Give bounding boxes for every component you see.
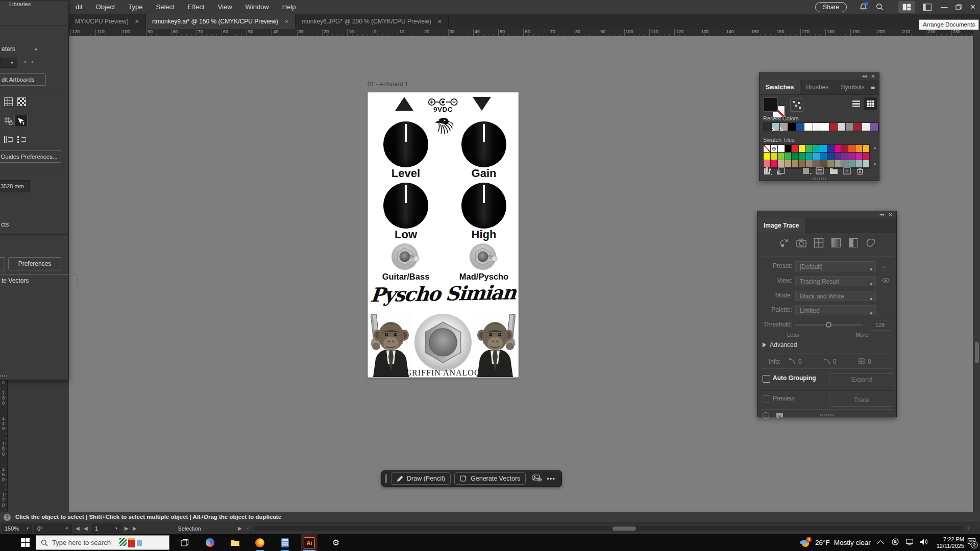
swatch-tile[interactable] <box>799 153 806 160</box>
document-tab[interactable]: MYK/CPU Preview)✕ <box>69 14 146 29</box>
swatch-tile[interactable] <box>806 160 813 168</box>
taskbar-clock[interactable]: 7:22 PM 12/11/2025 <box>937 536 964 549</box>
swatch-tile[interactable] <box>827 145 835 153</box>
panel-resize-handle[interactable] <box>813 178 827 180</box>
swatch-tile[interactable] <box>835 145 842 153</box>
list-view-button[interactable] <box>849 97 863 110</box>
swatch-tile[interactable] <box>820 145 827 153</box>
preset-menu-icon[interactable]: ≡ <box>882 262 886 270</box>
minimize-button[interactable]: — <box>937 0 951 14</box>
horizontal-scrollbar-thumb[interactable] <box>612 527 636 531</box>
swatch-tile[interactable] <box>848 153 855 160</box>
horizontal-scrollbar[interactable] <box>254 526 964 531</box>
swatch-tile[interactable] <box>827 153 835 160</box>
recent-color-swatch[interactable] <box>813 123 821 131</box>
swatch-tile[interactable] <box>835 153 842 160</box>
weather-condition[interactable]: Mostly clear <box>834 539 871 546</box>
snap-to-point-icon[interactable] <box>14 115 28 127</box>
swatch-libraries-icon[interactable] <box>764 167 773 177</box>
calculator-icon[interactable] <box>278 534 292 551</box>
advanced-label[interactable]: Advanced <box>770 341 797 348</box>
volume-icon[interactable] <box>920 538 928 547</box>
preset-dropdown[interactable]: [Default]▾ <box>795 261 876 271</box>
menu-item-dit[interactable]: dit <box>69 0 89 14</box>
expand-button[interactable]: Expand <box>829 373 894 386</box>
show-grid-icon[interactable] <box>3 96 13 107</box>
firefox-icon[interactable] <box>253 534 267 551</box>
libraries-tab[interactable]: Libraries <box>9 1 31 7</box>
swatch-tile[interactable] <box>799 160 806 168</box>
palette-dropdown[interactable]: Limited▾ <box>795 305 876 315</box>
document-tab[interactable]: rtmonkey9.ai* @ 150 % (CMYK/CPU Preview)… <box>146 14 296 29</box>
swatch-options-icon[interactable] <box>816 167 824 177</box>
file-explorer-icon[interactable] <box>228 534 242 551</box>
snap-options-icon[interactable] <box>3 134 13 144</box>
weather-temp[interactable]: 26°F <box>815 539 830 546</box>
panel-resize-handle[interactable] <box>0 375 7 377</box>
panel-menu-icon[interactable]: ≡ <box>871 83 875 91</box>
menu-item-select[interactable]: Select <box>150 0 181 14</box>
scroll-left-icon[interactable]: ‹ <box>247 525 249 531</box>
network-icon[interactable] <box>905 538 914 547</box>
snap-glyph-icon[interactable] <box>16 134 27 144</box>
view-dropdown[interactable]: Tracing Result▾ <box>795 276 876 286</box>
recent-color-swatch[interactable] <box>780 123 788 131</box>
prev-arrow-icon[interactable]: ◂ <box>23 59 26 64</box>
recent-color-swatch[interactable] <box>796 123 804 131</box>
meet-now-icon[interactable] <box>891 538 899 547</box>
copilot-icon[interactable] <box>203 534 217 551</box>
swatch-tile[interactable] <box>863 160 870 168</box>
info-icon[interactable]: i <box>763 412 769 419</box>
swatch-tile[interactable] <box>863 145 870 153</box>
tab-close-icon[interactable]: ✕ <box>437 18 442 25</box>
swatch-tile[interactable] <box>820 153 827 160</box>
swatch-tile[interactable] <box>813 153 820 160</box>
preview-checkbox[interactable] <box>763 395 770 403</box>
swatch-kinds-icon[interactable] <box>802 167 812 177</box>
next-artboard-icon[interactable]: ▶ <box>125 525 129 531</box>
swatch-tile[interactable] <box>764 160 771 168</box>
artboard[interactable]: 9VDC Level Gain Lo <box>368 92 519 378</box>
recent-color-swatch[interactable] <box>788 123 796 131</box>
guides-preferences-button[interactable]: Guides Preferences... <box>0 151 61 163</box>
tab-close-icon[interactable]: ✕ <box>284 18 289 25</box>
artboard-preset-dropdown[interactable]: ▾ <box>0 58 17 68</box>
dimension-field[interactable]: 3528 mm <box>0 180 30 192</box>
generate-image-icon[interactable] <box>532 474 542 484</box>
menu-item-object[interactable]: Object <box>89 0 122 14</box>
swatch-tile[interactable] <box>778 160 785 168</box>
fill-swatch[interactable] <box>764 97 778 112</box>
tab-swatches[interactable]: Swatches <box>760 80 800 94</box>
swatch-scroll-up-icon[interactable]: ▴ <box>872 145 878 150</box>
add-from-library-icon[interactable] <box>777 167 785 177</box>
grayscale-preset-icon[interactable] <box>830 237 842 249</box>
recent-color-swatch[interactable] <box>804 123 813 131</box>
swatch-tile[interactable] <box>855 160 863 168</box>
swatch-tile[interactable] <box>785 153 792 160</box>
swatch-tile[interactable] <box>792 153 799 160</box>
first-artboard-icon[interactable]: ◀ <box>76 525 80 531</box>
bell-icon[interactable] <box>856 2 870 13</box>
eye-icon[interactable] <box>882 277 890 285</box>
snap-to-grid-icon[interactable] <box>3 116 13 126</box>
menu-item-window[interactable]: Window <box>239 0 276 14</box>
recent-color-swatch[interactable] <box>772 123 780 131</box>
swatch-tile[interactable] <box>855 153 863 160</box>
transparency-grid-icon[interactable] <box>16 96 27 107</box>
taskbar-search-box[interactable]: Type here to search <box>36 535 169 550</box>
close-panel-icon[interactable]: ✕ <box>889 212 893 217</box>
recent-color-swatch[interactable] <box>838 123 846 131</box>
high-color-preset-icon[interactable] <box>795 237 807 249</box>
mode-dropdown[interactable]: Black and White▾ <box>795 291 876 301</box>
swatch-tile[interactable] <box>771 153 778 160</box>
menu-item-effect[interactable]: Effect <box>181 0 211 14</box>
recent-color-swatch[interactable] <box>854 123 862 131</box>
task-view-icon[interactable] <box>178 534 192 551</box>
swatch-tile[interactable] <box>806 153 813 160</box>
last-artboard-icon[interactable]: ▶ <box>133 525 137 531</box>
new-swatch-icon[interactable] <box>843 167 851 177</box>
swatch-tile[interactable] <box>764 153 771 160</box>
tab-close-icon[interactable]: ✕ <box>135 18 139 25</box>
tray-chevron-icon[interactable] <box>877 540 884 547</box>
trace-button[interactable]: Trace <box>829 394 894 407</box>
